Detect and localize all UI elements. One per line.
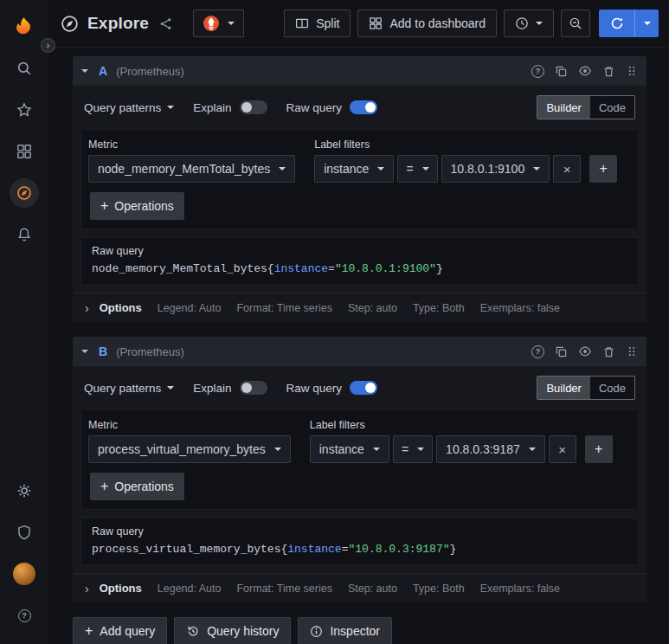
drag-handle-icon[interactable] (626, 345, 638, 357)
label-filters-label: Label filters (314, 138, 617, 151)
raw-metric: process_virtual_memory_bytes (92, 543, 280, 556)
sidebar-item-profile[interactable] (7, 557, 42, 590)
hide-query-eye-icon[interactable] (578, 345, 592, 358)
datasource-picker[interactable] (193, 10, 244, 37)
label-filters-field: Label filters instance = (310, 419, 613, 463)
editor-mode-toggle: Builder Code (537, 376, 635, 400)
sidebar-item-explore[interactable] (7, 177, 42, 209)
time-picker-button[interactable] (504, 10, 554, 37)
metric-value: process_virtual_memory_bytes (98, 442, 266, 456)
code-mode-button[interactable]: Code (590, 377, 634, 399)
chevron-down-icon (422, 167, 429, 171)
duplicate-query-icon[interactable] (555, 345, 568, 358)
metric-value: node_memory_MemTotal_bytes (98, 162, 270, 176)
chevron-right-icon: › (85, 582, 89, 596)
bell-icon (16, 227, 32, 242)
drag-handle-icon[interactable] (626, 65, 638, 77)
metric-filters-row: Metric process_virtual_memory_bytes Labe… (88, 419, 631, 463)
add-to-dashboard-button[interactable]: Add to dashboard (357, 10, 497, 37)
remove-query-trash-icon[interactable] (602, 65, 615, 78)
inspector-label: Inspector (330, 624, 380, 638)
label-filters-label: Label filters (310, 419, 613, 431)
metric-select[interactable]: process_virtual_memory_bytes (88, 435, 291, 463)
builder-mode-button[interactable]: Builder (537, 377, 589, 399)
code-mode-button[interactable]: Code (590, 96, 634, 119)
raw-query-toggle-label: Raw query (286, 101, 343, 114)
collapse-chevron-icon[interactable] (81, 69, 88, 73)
label-value-select[interactable]: 10.8.0.1:9100 (441, 155, 550, 183)
add-query-button[interactable]: + Add query (73, 617, 167, 644)
label-operator-select[interactable]: = (397, 155, 437, 183)
run-query-button[interactable] (599, 10, 635, 37)
grafana-logo[interactable] (7, 10, 42, 43)
remove-filter-button[interactable]: × (549, 435, 576, 463)
remove-filter-button[interactable]: × (553, 155, 581, 183)
query-patterns-dropdown[interactable]: Query patterns (84, 101, 174, 114)
explain-label: Explain (193, 382, 231, 395)
split-button[interactable]: Split (284, 10, 351, 37)
query-help-icon[interactable]: ? (531, 345, 544, 358)
label-name-select[interactable]: instance (314, 155, 394, 183)
raw-close-brace: } (436, 262, 443, 275)
compass-icon (16, 185, 32, 201)
inspector-button[interactable]: Inspector (298, 617, 392, 644)
prometheus-icon (203, 15, 220, 32)
collapse-chevron-icon[interactable] (81, 350, 88, 353)
shield-icon (16, 525, 32, 540)
plus-icon: + (100, 479, 108, 494)
duplicate-query-icon[interactable] (555, 65, 568, 78)
hide-query-eye-icon[interactable] (578, 64, 592, 78)
sidebar-item-search[interactable] (7, 52, 42, 85)
split-icon (295, 16, 309, 30)
page-title: Explore (87, 14, 149, 33)
topbar-right: Split Add to dashboard (284, 10, 659, 37)
query-history-button[interactable]: Query history (174, 617, 291, 644)
options-row[interactable]: › Options Legend: Auto Format: Time seri… (73, 573, 646, 602)
operations-button[interactable]: + Operations (90, 473, 184, 500)
query-patterns-dropdown[interactable]: Query patterns (84, 382, 174, 395)
sidebar-item-alerting[interactable] (7, 218, 42, 251)
label-filters-field: Label filters instance = (314, 138, 617, 183)
sidebar-item-dashboards[interactable] (7, 135, 42, 168)
add-filter-button[interactable]: + (585, 435, 613, 463)
explain-label: Explain (193, 101, 231, 114)
options-row[interactable]: › Options Legend: Auto Format: Time seri… (73, 293, 646, 322)
query-patterns-label: Query patterns (84, 382, 161, 395)
query-header-a[interactable]: A (Prometheus) ? (73, 56, 646, 86)
sidebar-item-starred[interactable] (7, 93, 42, 126)
sidebar-item-help[interactable]: ? (7, 599, 42, 632)
label-value-select[interactable]: 10.8.0.3:9187 (436, 435, 545, 463)
sidebar-expand-button[interactable]: › (41, 38, 55, 53)
add-filter-button[interactable]: + (589, 155, 617, 183)
raw-query-toggle[interactable] (350, 381, 377, 395)
operations-button[interactable]: + Operations (90, 192, 184, 220)
dashboard-grid-icon (369, 16, 383, 30)
query-header-b[interactable]: B (Prometheus) ? (73, 337, 646, 366)
label-operator-select[interactable]: = (393, 435, 433, 463)
explain-toggle[interactable] (240, 381, 267, 395)
label-name-select[interactable]: instance (310, 435, 389, 463)
run-query-interval-dropdown[interactable] (635, 10, 659, 37)
query-datasource-name: (Prometheus) (116, 65, 184, 78)
chevron-down-icon (377, 167, 384, 171)
share-icon[interactable] (159, 17, 172, 30)
label-name-value: instance (324, 162, 369, 176)
query-help-icon[interactable]: ? (531, 65, 544, 78)
footer-actions: + Add query Query history Inspector (73, 617, 646, 644)
chevron-down-icon (373, 448, 380, 451)
avatar (13, 563, 35, 585)
sidebar-item-configuration[interactable] (7, 474, 42, 507)
raw-query-toggle[interactable] (350, 100, 377, 114)
remove-query-trash-icon[interactable] (602, 345, 615, 358)
builder-mode-button[interactable]: Builder (537, 96, 589, 119)
explain-toggle-group: Explain (193, 100, 267, 114)
zoom-out-button[interactable] (561, 10, 590, 37)
label-value-value: 10.8.0.1:9100 (451, 162, 525, 176)
explain-toggle[interactable] (240, 100, 267, 114)
metric-label: Metric (88, 138, 295, 151)
label-name-value: instance (319, 442, 364, 456)
query-datasource-name: (Prometheus) (116, 345, 184, 358)
sidebar-item-server-admin[interactable] (7, 516, 42, 549)
metric-select[interactable]: node_memory_MemTotal_bytes (88, 155, 295, 183)
gear-icon (16, 483, 32, 499)
